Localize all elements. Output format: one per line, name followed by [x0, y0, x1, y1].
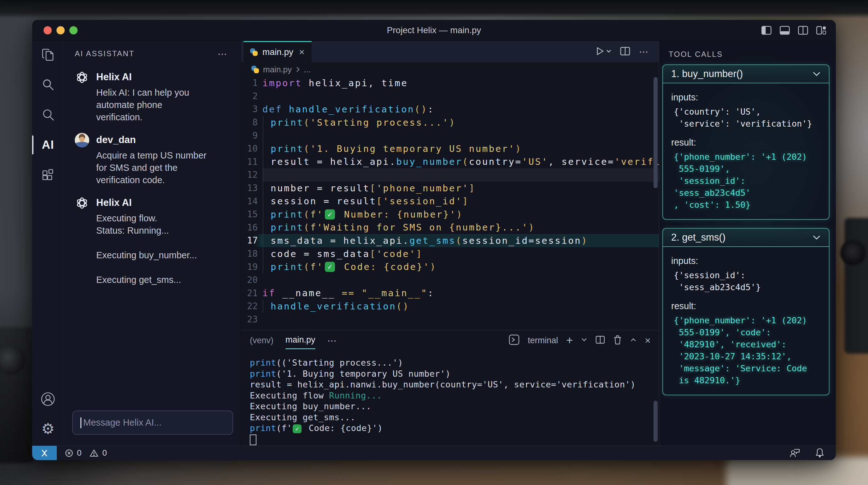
code-line[interactable]: 8print('Starting process...') — [241, 116, 659, 129]
code-line[interactable]: 17sms_data = helix_api.get_sms(session_i… — [241, 234, 659, 247]
code-line[interactable]: 12 — [241, 168, 659, 181]
code-line-content: code = sms_data['code'] — [262, 247, 659, 260]
code-token: handle_verification — [271, 301, 396, 312]
split-editor-icon[interactable] — [798, 26, 808, 35]
chat-messages: Helix AIHelix AI: I can help youautomate… — [64, 61, 241, 446]
code-token: (f' — [276, 423, 292, 433]
feedback-icon[interactable] — [789, 448, 801, 459]
terminal-scrollbar[interactable] — [653, 401, 658, 442]
terminal-overflow-icon[interactable]: ⋯ — [328, 338, 338, 343]
code-line[interactable]: 20 — [241, 274, 659, 287]
terminal-tab-main-py[interactable]: main.py — [285, 335, 315, 346]
code-token: buy_number — [396, 156, 462, 167]
code-token: print — [271, 222, 304, 233]
code-editor[interactable]: 1import helix_api, time23def handle_veri… — [241, 77, 659, 330]
code-token: [ — [376, 196, 383, 206]
problems-indicator[interactable]: 0 0 — [65, 448, 111, 458]
toggle-panel-icon[interactable] — [780, 26, 790, 35]
inputs-value: {'session_id': 'sess_ab23c4d5'} — [671, 269, 821, 293]
code-token: 'session_id' — [383, 196, 462, 206]
python-file-icon — [251, 65, 259, 74]
code-line[interactable]: 15print(f'✓ Number: {number}') — [241, 208, 659, 221]
customize-layout-icon[interactable] — [816, 26, 826, 35]
sidebar-overflow-icon[interactable]: ⋯ — [218, 52, 228, 56]
code-token: Code: {code}') — [303, 423, 382, 433]
tool-call-header[interactable]: 2. get_sms() — [663, 229, 829, 247]
maximize-panel-icon[interactable] — [630, 338, 637, 343]
code-line-content: handle_verification() — [262, 299, 659, 313]
zoom-window-button[interactable] — [69, 26, 78, 34]
remote-indicator[interactable] — [32, 446, 57, 460]
account-icon[interactable] — [40, 392, 56, 408]
kill-terminal-icon[interactable] — [613, 335, 622, 346]
terminal-dropdown-icon[interactable] — [581, 338, 587, 343]
code-token: ) — [456, 209, 463, 220]
search-icon[interactable] — [32, 78, 64, 92]
tab-main-py[interactable]: main.py × — [244, 41, 312, 62]
chat-input[interactable]: Message Helix AI... — [72, 410, 233, 435]
code-line[interactable]: 18code = sms_data['code'] — [241, 247, 659, 260]
split-terminal-icon[interactable] — [595, 335, 605, 345]
code-line[interactable]: 2 — [241, 90, 659, 103]
code-line-content: import helix_api, time — [262, 77, 659, 90]
code-line-content: session = result['session_id'] — [262, 195, 659, 208]
close-panel-icon[interactable]: × — [645, 335, 651, 345]
code-line-content: number = result['phone_number'] — [262, 181, 659, 195]
run-button[interactable] — [595, 46, 611, 57]
code-line[interactable]: 3def handle_verification(): — [241, 103, 659, 116]
explorer-icon[interactable] — [32, 48, 64, 62]
editor-scrollbar[interactable] — [653, 77, 658, 188]
close-window-button[interactable] — [43, 26, 52, 34]
code-token: import — [262, 78, 302, 88]
line-number: 9 — [241, 131, 262, 141]
code-token: get_sms — [409, 235, 456, 246]
chat-message: Helix AIExecuting flow.Status: Running..… — [75, 196, 230, 286]
status-bar: 0 0 — [32, 446, 836, 460]
search-secondary-icon[interactable] — [32, 108, 64, 122]
code-line[interactable]: 14session = result['session_id'] — [241, 195, 659, 208]
code-line[interactable]: 16print(f'Waiting for SMS on {number}...… — [241, 221, 659, 234]
code-line[interactable]: 19print(f'✓ Code: {code}') — [241, 260, 659, 274]
settings-gear-icon[interactable]: ⚙ — [41, 421, 55, 436]
tab-close-icon[interactable]: × — [299, 47, 305, 57]
code-line[interactable]: 21if __name__ == "__main__": — [241, 287, 659, 300]
toggle-sidebar-icon[interactable] — [762, 26, 772, 35]
code-line[interactable]: 9 — [241, 129, 659, 142]
code-token: ] — [469, 183, 476, 194]
code-token: [ — [370, 183, 376, 194]
code-token: [ — [370, 249, 376, 259]
ai-assistant-tab[interactable]: AI — [32, 138, 64, 152]
title-bar: Project Helix — main.py — [32, 20, 836, 41]
extensions-icon[interactable] — [32, 168, 64, 182]
notifications-bell-icon[interactable] — [815, 448, 825, 459]
terminal-line: Executing flow Running... — [250, 390, 659, 401]
breadcrumb[interactable]: main.py ... — [241, 62, 659, 77]
tool-calls-panel: TOOL CALLS 1. buy_number()inputs:{'count… — [659, 41, 836, 446]
terminal-output[interactable]: print(('Starting process...')print('1. B… — [241, 350, 659, 446]
code-line[interactable]: 23 — [241, 313, 659, 326]
split-editor-button[interactable] — [620, 47, 630, 57]
new-terminal-icon[interactable]: + — [566, 335, 573, 346]
message-body: Helix AIHelix AI: I can help youautomate… — [96, 70, 189, 123]
code-line[interactable]: 22handle_verification() — [241, 299, 659, 313]
code-token: print — [250, 369, 276, 379]
code-token: () — [396, 301, 409, 312]
code-line[interactable]: 10print('1. Buying temporary US number') — [241, 142, 659, 155]
tool-call-cards: 1. buy_number()inputs:{'country': 'US', … — [659, 64, 836, 395]
code-line[interactable]: 13number = result['phone_number'] — [241, 181, 659, 195]
terminal-prompt-icon — [509, 334, 520, 346]
minimize-window-button[interactable] — [57, 26, 65, 34]
user-avatar — [75, 133, 89, 147]
tool-call-header[interactable]: 1. buy_number() — [663, 65, 829, 83]
chat-message: Helix AIHelix AI: I can help youautomate… — [75, 70, 230, 123]
code-line[interactable]: 1import helix_api, time — [241, 77, 659, 90]
editor-area: main.py × ⋯ main.p — [241, 41, 659, 446]
line-number: 20 — [241, 275, 262, 285]
editor-overflow-icon[interactable]: ⋯ — [639, 49, 649, 54]
helix-ai-logo-icon — [75, 70, 89, 85]
code-line-content: print('1. Buying temporary US number') — [262, 142, 659, 155]
code-line[interactable]: 11result = helix_api.buy_number(country=… — [241, 155, 659, 169]
desk-right-device — [844, 218, 868, 354]
code-token: ) — [528, 222, 535, 233]
result-value: {'phone_number': '+1 (202) 555-0199', 's… — [671, 151, 821, 211]
